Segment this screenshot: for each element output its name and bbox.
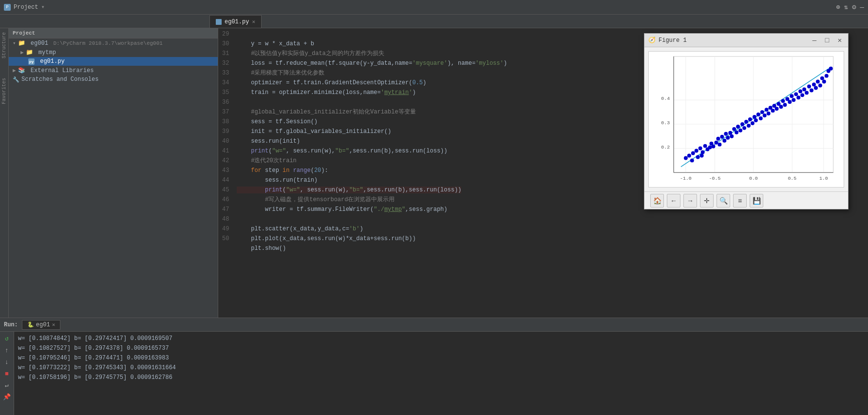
title-bar: P Project ▾ ⊕ ⇅ ⚙ — [0,0,868,15]
figure-maximize-btn[interactable]: □ [823,36,831,45]
figure-plot: 0.2 0.3 0.4 -1.0 -0.5 0.0 0.5 1.0 [648,51,844,188]
run-py-icon: 🐍 [27,321,34,328]
project-panel: Project ▾ 📁 eg001 D:\PyCharm 2018.3.7\wo… [9,28,218,318]
svg-point-24 [695,149,698,153]
tree-item-mytmp[interactable]: ▶ 📁 mytmp [9,48,218,57]
svg-point-26 [698,147,702,151]
svg-point-29 [703,144,707,148]
favorites-label[interactable]: Favorites [1,78,7,104]
tab-eg01[interactable]: eg01.py ✕ [209,15,262,28]
svg-point-85 [820,76,824,80]
figure-title: Figure 1 [659,37,687,44]
svg-point-42 [730,134,734,138]
svg-point-31 [708,146,712,150]
figure-controls: — □ ✕ [810,36,844,45]
svg-point-34 [714,141,718,145]
svg-point-33 [712,145,716,149]
run-content: ↺ ↑ ↓ ■ ↵ 📌 w= [0.10874842] b= [0.297424… [0,332,868,415]
run-stop-btn[interactable]: ■ [2,369,12,378]
tree-item-eg01py[interactable]: py eg01.py [9,57,218,66]
tree-item-eg001[interactable]: ▾ 📁 eg001 D:\PyCharm 2018.3.7\workpase\e… [9,38,218,48]
run-tab-close[interactable]: ✕ [52,321,56,328]
svg-point-21 [687,153,691,157]
run-scroll-up-btn[interactable]: ↑ [2,345,12,355]
scatter-plot: 0.2 0.3 0.4 -1.0 -0.5 0.0 0.5 1.0 [649,52,844,187]
svg-point-35 [716,137,720,141]
svg-text:0.3: 0.3 [661,120,670,126]
svg-point-89 [829,67,833,71]
svg-point-41 [728,131,732,135]
svg-point-40 [726,136,730,140]
svg-point-57 [760,110,764,114]
save-button[interactable]: 💾 [750,194,763,208]
run-pin-btn[interactable]: 📌 [2,392,12,402]
project-dropdown[interactable]: ▾ [41,3,44,11]
output-line-2: w= [0.10827527] b= [0.2974378] 0.0009165… [18,343,864,353]
svg-point-81 [812,83,816,87]
output-line-3: w= [0.10795246] b= [0.2974471] 0.0009163… [18,353,864,363]
project-panel-title: Project [13,30,35,36]
zoom-button[interactable]: 🔍 [717,194,730,208]
tree-item-extlibs[interactable]: ▶ 📚 External Libraries [9,66,218,75]
title-bar-controls: ⊕ ⇅ ⚙ — [836,3,864,11]
home-button[interactable]: 🏠 [650,194,664,208]
output-line-1: w= [0.10874842] b= [0.29742417] 0.000916… [18,334,864,343]
folder-icon: 📁 [18,39,25,47]
globe-icon[interactable]: ⊕ [836,3,840,11]
svg-point-58 [763,113,767,117]
folder-icon-mytmp: 📁 [26,49,33,56]
tree-label-mytmp: mytmp [35,49,56,56]
run-scroll-down-btn[interactable]: ↓ [2,357,12,367]
settings-icon[interactable]: ⚙ [852,3,856,11]
svg-point-27 [701,151,705,154]
project-icon: P [4,4,11,11]
back-button[interactable]: ← [667,194,680,208]
svg-point-84 [818,84,822,88]
run-toolbar: ↺ ↑ ↓ ■ ↵ 📌 [0,332,14,415]
svg-point-48 [742,126,746,130]
figure-close-btn[interactable]: ✕ [835,36,844,45]
run-restart-btn[interactable]: ↺ [2,334,12,343]
configure-button[interactable]: ≡ [733,194,747,208]
svg-text:0.5: 0.5 [788,176,796,181]
pan-button[interactable]: ✛ [700,194,714,208]
forward-button[interactable]: → [683,194,697,208]
tree-label-eg001: eg001 [27,40,48,47]
tree-label-eg01py: eg01.py [37,58,65,65]
svg-point-62 [771,109,775,113]
svg-point-66 [779,105,783,109]
svg-point-50 [747,124,751,128]
svg-point-77 [802,87,806,91]
structure-strip: Structure Favorites [0,28,9,318]
svg-point-36 [717,143,721,147]
run-tab-label: eg01 [36,321,50,328]
figure-minimize-btn[interactable]: — [810,36,819,45]
svg-point-71 [790,94,793,98]
run-tab-eg01[interactable]: 🐍 eg01 ✕ [22,320,60,330]
structure-label[interactable]: Structure [1,32,7,58]
expand-icon-extlibs: ▶ [13,67,16,74]
svg-point-72 [792,98,795,102]
line-numbers: 2930313233 3435363738 3940414243 4445464… [218,28,233,318]
run-panel: Run: 🐍 eg01 ✕ ↺ ↑ ↓ ■ ↵ 📌 w= [0.10874842… [0,318,868,415]
tab-close-icon[interactable]: ✕ [252,19,255,25]
project-panel-header: Project [9,28,218,38]
figure-compass-icon: 🧭 [648,37,656,44]
svg-text:-1.0: -1.0 [680,176,692,181]
svg-point-68 [783,103,787,107]
project-label[interactable]: Project [14,4,38,11]
run-output[interactable]: w= [0.10874842] b= [0.29742417] 0.000916… [14,332,868,415]
tab-label: eg01.py [225,19,249,25]
run-label: Run: [4,321,18,328]
svg-point-47 [740,122,744,126]
layout-icon[interactable]: ⇅ [844,3,848,11]
svg-text:-0.5: -0.5 [709,176,721,181]
svg-text:0.2: 0.2 [661,145,670,150]
run-wrap-btn[interactable]: ↵ [2,380,12,390]
svg-point-53 [753,115,756,119]
figure-window[interactable]: 🧭 Figure 1 — □ ✕ 0.2 0.3 0.4 [644,33,849,209]
svg-point-79 [807,85,811,89]
tree-item-scratches[interactable]: 🔧 Scratches and Consoles [9,75,218,84]
minimize-icon[interactable]: — [860,3,864,11]
lib-icon: 📚 [18,67,25,74]
